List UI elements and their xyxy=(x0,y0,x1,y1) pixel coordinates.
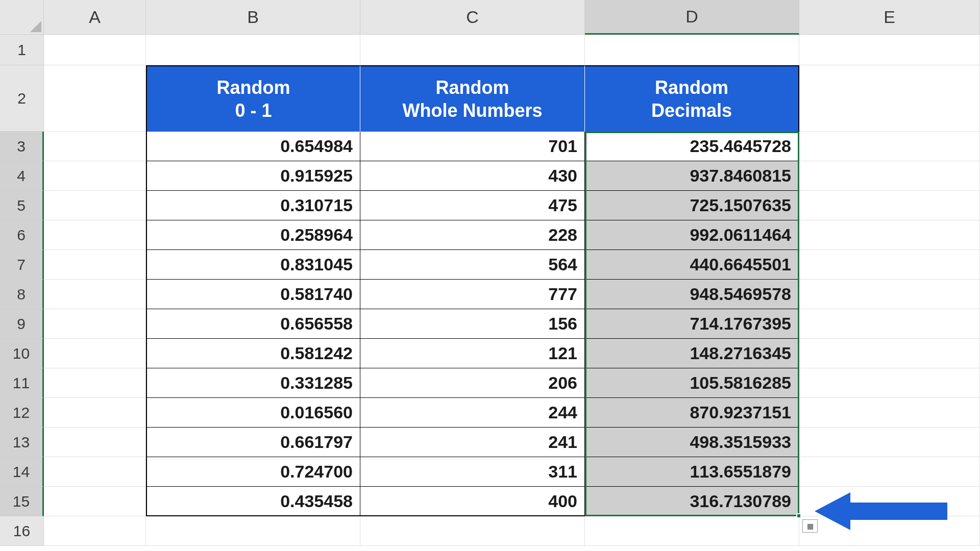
column-header-A[interactable]: A xyxy=(44,0,146,35)
cell-D1[interactable] xyxy=(585,35,799,65)
row-header-12[interactable]: 12 xyxy=(0,398,44,428)
cell-B10[interactable]: 0.581242 xyxy=(146,339,360,368)
cell-A7[interactable] xyxy=(44,250,146,280)
cell-C9[interactable]: 156 xyxy=(360,309,585,339)
cell-A13[interactable] xyxy=(44,428,146,457)
cell-E6[interactable] xyxy=(799,220,980,250)
cell-C4[interactable]: 430 xyxy=(360,161,585,191)
cell-E1[interactable] xyxy=(799,35,980,65)
cell-B12[interactable]: 0.016560 xyxy=(146,398,360,428)
cell-C14[interactable]: 311 xyxy=(360,457,585,487)
row-header-3[interactable]: 3 xyxy=(0,132,44,161)
cell-B14[interactable]: 0.724700 xyxy=(146,457,360,487)
cell-C7[interactable]: 564 xyxy=(360,250,585,280)
row-header-2[interactable]: 2 xyxy=(0,65,44,132)
cell-E13[interactable] xyxy=(799,428,980,457)
cell-C16[interactable] xyxy=(360,516,585,546)
cell-E8[interactable] xyxy=(799,280,980,309)
cell-B11[interactable]: 0.331285 xyxy=(146,368,360,398)
cell-B6[interactable]: 0.258964 xyxy=(146,220,360,250)
cell-B3[interactable]: 0.654984 xyxy=(146,132,360,161)
cell-C15[interactable]: 400 xyxy=(360,487,585,516)
cell-D8[interactable]: 948.5469578 xyxy=(585,280,799,309)
cell-D12[interactable]: 870.9237151 xyxy=(585,398,799,428)
cell-D5[interactable]: 725.1507635 xyxy=(585,191,799,220)
cell-E7[interactable] xyxy=(799,250,980,280)
row-header-6[interactable]: 6 xyxy=(0,220,44,250)
column-header-D[interactable]: D xyxy=(585,0,799,35)
cell-D13[interactable]: 498.3515933 xyxy=(585,428,799,457)
cell-D11[interactable]: 105.5816285 xyxy=(585,368,799,398)
cell-A15[interactable] xyxy=(44,487,146,516)
row-header-5[interactable]: 5 xyxy=(0,191,44,220)
row-header-8[interactable]: 8 xyxy=(0,280,44,309)
cell-A10[interactable] xyxy=(44,339,146,368)
cell-A2[interactable] xyxy=(44,65,146,132)
cell-E12[interactable] xyxy=(799,398,980,428)
cell-E3[interactable] xyxy=(799,132,980,161)
cell-A8[interactable] xyxy=(44,280,146,309)
cell-D3[interactable]: 235.4645728 xyxy=(585,132,799,161)
cell-E16[interactable] xyxy=(799,516,980,546)
row-header-1[interactable]: 1 xyxy=(0,35,44,65)
row-header-11[interactable]: 11 xyxy=(0,368,44,398)
column-header-C[interactable]: C xyxy=(360,0,585,35)
cell-A16[interactable] xyxy=(44,516,146,546)
cell-D6[interactable]: 992.0611464 xyxy=(585,220,799,250)
cell-C6[interactable]: 228 xyxy=(360,220,585,250)
select-all-corner[interactable] xyxy=(0,0,44,35)
row-header-4[interactable]: 4 xyxy=(0,161,44,191)
row-header-10[interactable]: 10 xyxy=(0,339,44,368)
cell-D14[interactable]: 113.6551879 xyxy=(585,457,799,487)
cell-A11[interactable] xyxy=(44,368,146,398)
cell-E9[interactable] xyxy=(799,309,980,339)
cell-C5[interactable]: 475 xyxy=(360,191,585,220)
cell-A6[interactable] xyxy=(44,220,146,250)
cell-C8[interactable]: 777 xyxy=(360,280,585,309)
cell-C13[interactable]: 241 xyxy=(360,428,585,457)
cell-B1[interactable] xyxy=(146,35,360,65)
cell-B16[interactable] xyxy=(146,516,360,546)
autofill-options-button[interactable]: ▦ xyxy=(802,519,818,533)
cell-B5[interactable]: 0.310715 xyxy=(146,191,360,220)
cell-B8[interactable]: 0.581740 xyxy=(146,280,360,309)
table-header-random-0-1[interactable]: Random 0 - 1 xyxy=(146,65,360,132)
grid-body[interactable]: Random 0 - 1Random Whole NumbersRandom D… xyxy=(44,35,980,546)
cell-C12[interactable]: 244 xyxy=(360,398,585,428)
cell-D10[interactable]: 148.2716345 xyxy=(585,339,799,368)
cell-B13[interactable]: 0.661797 xyxy=(146,428,360,457)
cell-C1[interactable] xyxy=(360,35,585,65)
cell-A4[interactable] xyxy=(44,161,146,191)
cell-C11[interactable]: 206 xyxy=(360,368,585,398)
row-header-14[interactable]: 14 xyxy=(0,457,44,487)
cell-E4[interactable] xyxy=(799,161,980,191)
cell-D16[interactable] xyxy=(585,516,799,546)
cell-E5[interactable] xyxy=(799,191,980,220)
cell-A14[interactable] xyxy=(44,457,146,487)
cell-E2[interactable] xyxy=(799,65,980,132)
cell-A12[interactable] xyxy=(44,398,146,428)
cell-B7[interactable]: 0.831045 xyxy=(146,250,360,280)
cell-A1[interactable] xyxy=(44,35,146,65)
column-header-B[interactable]: B xyxy=(146,0,360,35)
cell-A5[interactable] xyxy=(44,191,146,220)
table-header-random-decimals[interactable]: Random Decimals xyxy=(585,65,799,132)
cell-E10[interactable] xyxy=(799,339,980,368)
table-header-random-whole[interactable]: Random Whole Numbers xyxy=(360,65,585,132)
cell-A9[interactable] xyxy=(44,309,146,339)
row-header-13[interactable]: 13 xyxy=(0,428,44,457)
row-header-9[interactable]: 9 xyxy=(0,309,44,339)
cell-D9[interactable]: 714.1767395 xyxy=(585,309,799,339)
cell-B4[interactable]: 0.915925 xyxy=(146,161,360,191)
cell-D15[interactable]: 316.7130789 xyxy=(585,487,799,516)
column-header-E[interactable]: E xyxy=(799,0,980,35)
cell-C3[interactable]: 701 xyxy=(360,132,585,161)
cell-E14[interactable] xyxy=(799,457,980,487)
cell-E11[interactable] xyxy=(799,368,980,398)
row-header-7[interactable]: 7 xyxy=(0,250,44,280)
cell-D7[interactable]: 440.6645501 xyxy=(585,250,799,280)
cell-B9[interactable]: 0.656558 xyxy=(146,309,360,339)
cell-D4[interactable]: 937.8460815 xyxy=(585,161,799,191)
cell-A3[interactable] xyxy=(44,132,146,161)
cell-C10[interactable]: 121 xyxy=(360,339,585,368)
